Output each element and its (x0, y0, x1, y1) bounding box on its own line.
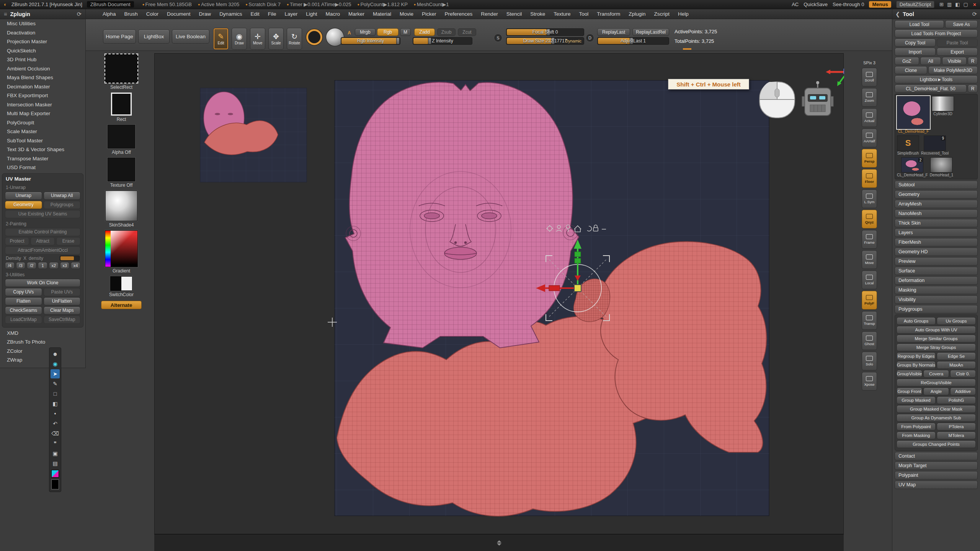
polygroups-button[interactable]: Merge Stray Groups (897, 344, 976, 351)
menu-item[interactable]: Light (306, 11, 317, 17)
tool-thumbnail-image[interactable] (932, 96, 954, 111)
attract-button[interactable]: Attract (31, 237, 55, 245)
tool-section-header-polygroups[interactable]: Polygroups (895, 305, 978, 313)
menu-item[interactable]: Tool (579, 11, 588, 17)
color-swatch[interactable] (51, 470, 59, 478)
copy-tool-button[interactable]: Copy Tool (895, 39, 936, 47)
right-shelf-button[interactable]: Solo (862, 352, 877, 370)
titlebar-icon[interactable]: ▢ (964, 2, 968, 7)
mini-toolbar-icon[interactable]: ➤ (51, 369, 60, 378)
mini-toolbar-icon[interactable]: ⌫ (51, 429, 60, 438)
right-shelf-button[interactable]: Actual (862, 108, 877, 127)
tool-thumbnail[interactable]: DemoHead_1 (930, 157, 954, 177)
zplugin-item[interactable]: FBX ExportImport (0, 91, 85, 100)
polygroups-button[interactable]: Polygroups (44, 201, 81, 209)
home-page-button[interactable]: Home Page (103, 29, 136, 44)
zplugin-header[interactable]: ≡ Zplugin ⟳ (0, 9, 85, 19)
polygroups-button[interactable]: PTolera (937, 423, 976, 430)
menus-toggle[interactable]: Menus (869, 1, 891, 8)
uv-mesh-head[interactable] (345, 82, 579, 348)
tool-section-header[interactable]: NanoMesh (895, 209, 978, 218)
density-step-button[interactable]: /2 (27, 262, 36, 269)
tool-thumbnail-image[interactable]: 9 (924, 135, 946, 151)
tool-thumbnail[interactable]: Cylinder3D (932, 96, 954, 116)
goz-button[interactable]: GoZ (895, 57, 919, 65)
zcut-button[interactable]: Zcut (458, 28, 476, 36)
polygroups-button[interactable]: Angle (923, 388, 949, 395)
refresh-icon[interactable]: ⟳ (77, 11, 82, 17)
menu-item[interactable]: Movie (400, 11, 413, 17)
polygroups-button[interactable]: Groups By Normals (897, 361, 936, 369)
tool-section-header[interactable]: UV Map (895, 481, 978, 489)
menu-item[interactable]: Help (678, 11, 689, 17)
panel-collapse-icon[interactable]: ≡ (4, 11, 7, 17)
clone-button[interactable]: Clone (895, 66, 927, 74)
polygroups-button[interactable]: Additive (950, 388, 976, 395)
mini-toolbar-icon[interactable]: ✎ (51, 379, 60, 388)
current-tool-r-button[interactable]: R (968, 85, 978, 93)
rgb-intensity-slider[interactable]: Rgb Intensity (341, 37, 400, 45)
mrgb-button[interactable]: Mrgb (355, 28, 376, 36)
ac-label[interactable]: AC (792, 2, 799, 7)
spix-slider[interactable]: SPix 3 (863, 60, 875, 65)
live-boolean-button[interactable]: Live Boolean (172, 29, 209, 44)
right-shelf-button[interactable]: Qxyz (862, 210, 877, 228)
titlebar-icon[interactable]: ⊞ (939, 2, 944, 7)
copy-uvs-button[interactable]: Copy UVs (5, 288, 42, 296)
mode-button[interactable]: ↻ Rotate (287, 28, 302, 50)
menu-item[interactable]: Render (481, 11, 498, 17)
mode-button[interactable]: ✎ Edit (213, 28, 229, 50)
savectrlmap-button[interactable]: SaveCtrlMap (44, 316, 81, 324)
load-tools-from-project-button[interactable]: Load Tools From Project (895, 29, 978, 37)
left-shelf-icon[interactable] (108, 158, 135, 181)
menu-item[interactable]: Marker (348, 11, 364, 17)
polygroups-button[interactable]: Edge Se (937, 352, 976, 360)
menu-item[interactable]: Zplugin (629, 11, 645, 17)
tool-section-header[interactable]: Geometry (895, 190, 978, 199)
left-shelf-icon[interactable] (110, 276, 132, 291)
tool-section-header[interactable]: Contact (895, 452, 978, 460)
goz-visible-button[interactable]: Visible (942, 57, 967, 65)
save-as-button[interactable]: Save As (945, 20, 978, 28)
m-button[interactable]: M (400, 28, 411, 36)
current-tool-slider[interactable]: CL_DemoHead_Flat. 50 (895, 85, 967, 93)
unwrap-all-button[interactable]: Unwrap All (44, 192, 81, 200)
win-icons[interactable]: ⊞▥◧▢ (939, 2, 968, 7)
polygroups-button[interactable]: ReGroupVisible (897, 379, 976, 386)
polygroups-button[interactable]: MaxAn (937, 361, 976, 369)
zplugin-item[interactable]: Multi Map Exporter (0, 109, 85, 118)
mode-button[interactable]: ✥ Scale (268, 28, 284, 50)
zadd-button[interactable]: Zadd (414, 28, 435, 36)
right-shelf-button[interactable]: Xpose (862, 372, 877, 391)
tool-thumbnail-image[interactable]: 2 (901, 157, 923, 173)
density-step-button[interactable]: x4 (71, 262, 80, 269)
gizmo-center-handle[interactable] (574, 285, 581, 292)
polygroups-button[interactable]: MTolera (937, 432, 976, 439)
menu-item[interactable]: Material (373, 11, 391, 17)
mini-toolbar-icon[interactable]: ▤ (51, 459, 60, 468)
menu-item[interactable]: Stroke (530, 11, 545, 17)
right-shelf-button[interactable]: Frame (862, 230, 877, 249)
density-step-button[interactable]: /4 (5, 262, 15, 269)
density-step-button[interactable]: x3 (60, 262, 70, 269)
geometry-button[interactable]: Geometry (5, 201, 42, 209)
left-shelf-icon[interactable] (105, 230, 138, 267)
polygroups-button[interactable]: Group Masked Clear Mask (897, 405, 976, 413)
tool-section-header[interactable]: Visibility (895, 295, 978, 304)
density-slider[interactable] (60, 256, 80, 261)
polygroups-button[interactable]: Auto Groups With UV (897, 326, 976, 334)
replay-last-rel-button[interactable]: ReplayLastRel (632, 28, 669, 36)
menu-item[interactable]: Macro (325, 11, 340, 17)
unwrap-button[interactable]: Unwrap (5, 192, 42, 200)
checkseams-button[interactable]: CheckSeams (5, 306, 42, 315)
right-shelf-button[interactable]: Local (862, 271, 877, 289)
polygroups-button[interactable]: Covera (923, 370, 949, 378)
zplugin-item[interactable]: ZWrap (0, 355, 85, 365)
polygroups-button[interactable]: From Masking (897, 432, 936, 439)
adjust-last-slider[interactable]: AdjustLast 1 (597, 37, 669, 45)
menu-item[interactable]: Picker (422, 11, 436, 17)
polygroups-button[interactable]: Clstr 0. (950, 370, 976, 378)
menu-item[interactable]: Preferences (445, 11, 473, 17)
menu-item[interactable]: Document (167, 11, 191, 17)
unflatten-button[interactable]: UnFlatten (44, 297, 81, 305)
